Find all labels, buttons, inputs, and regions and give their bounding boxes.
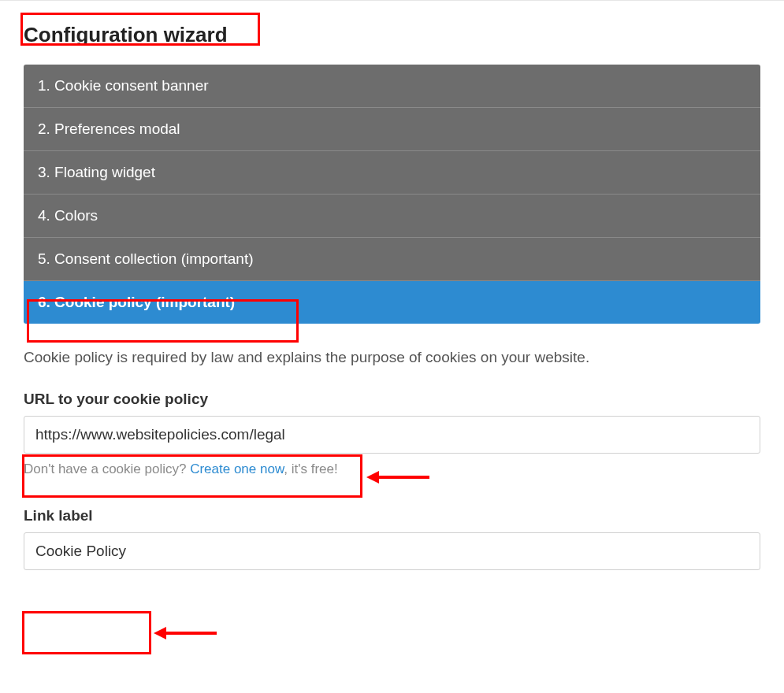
link-label-input[interactable] bbox=[24, 532, 760, 570]
step-colors[interactable]: 4. Colors bbox=[24, 195, 760, 238]
step-consent-collection[interactable]: 5. Consent collection (important) bbox=[24, 238, 760, 281]
step-label: 6. Cookie policy (important) bbox=[38, 294, 235, 311]
cookie-policy-panel: Cookie policy is required by law and exp… bbox=[24, 324, 760, 570]
step-label: 1. Cookie consent banner bbox=[38, 77, 209, 94]
step-label: 3. Floating widget bbox=[38, 164, 155, 181]
field-group-link-label: Link label bbox=[24, 507, 760, 570]
annotation-highlight-link-label-input bbox=[22, 611, 151, 654]
step-floating-widget[interactable]: 3. Floating widget bbox=[24, 151, 760, 195]
hint-prefix: Don't have a cookie policy? bbox=[24, 461, 190, 476]
link-label-heading: Link label bbox=[24, 507, 760, 524]
svg-marker-3 bbox=[154, 627, 166, 639]
page-title: Configuration wizard bbox=[24, 20, 234, 50]
hint-suffix: , it's free! bbox=[284, 461, 337, 476]
step-preferences-modal[interactable]: 2. Preferences modal bbox=[24, 108, 760, 151]
cookie-policy-url-input[interactable] bbox=[24, 416, 760, 454]
step-label: 5. Consent collection (important) bbox=[38, 250, 254, 268]
step-cookie-policy[interactable]: 6. Cookie policy (important) bbox=[24, 281, 760, 324]
wizard-accordion: 1. Cookie consent banner 2. Preferences … bbox=[24, 65, 760, 324]
annotation-arrow-link-label bbox=[154, 621, 217, 645]
panel-description: Cookie policy is required by law and exp… bbox=[24, 347, 760, 369]
url-hint: Don't have a cookie policy? Create one n… bbox=[24, 461, 760, 477]
step-label: 4. Colors bbox=[38, 207, 98, 224]
url-field-label: URL to your cookie policy bbox=[24, 391, 760, 408]
step-cookie-consent-banner[interactable]: 1. Cookie consent banner bbox=[24, 65, 760, 108]
step-label: 2. Preferences modal bbox=[38, 120, 180, 138]
field-group-url: URL to your cookie policy Don't have a c… bbox=[24, 391, 760, 477]
create-policy-link[interactable]: Create one now bbox=[190, 461, 284, 476]
